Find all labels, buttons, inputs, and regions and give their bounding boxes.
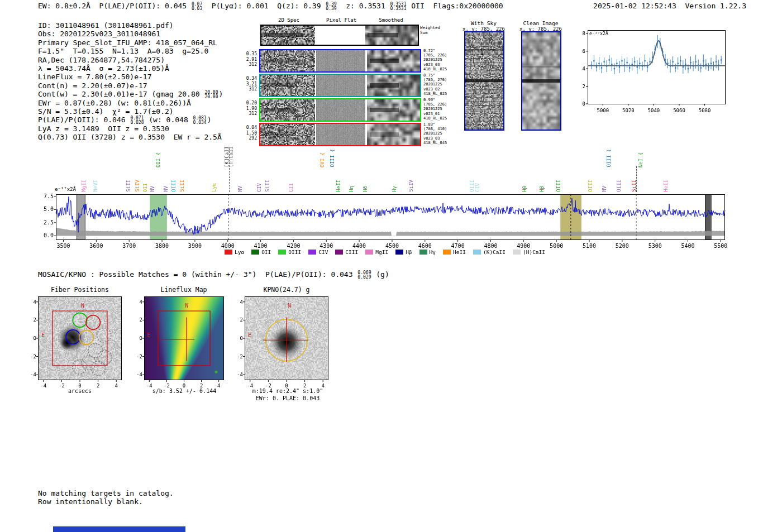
info-line-6: LineFlux = 7.80(±2.50)e-17 — [38, 73, 223, 81]
spectral-line-label: SiII — [631, 180, 637, 192]
stacked-uncertainty: 0.35310.3531 — [390, 2, 407, 11]
legend-label: OIII — [288, 249, 301, 255]
text-segment: λ = 5043.74Å σ = 2.73(±1.05)Å — [38, 64, 169, 73]
spectral-line-label: OII { — [155, 152, 161, 167]
legend-swatch — [513, 250, 521, 255]
spectral-line-label: Hη — [349, 186, 354, 192]
legend-label: Hγ — [430, 249, 436, 255]
text-segment: ID: 3011048961 (3011048961.pdf) — [38, 21, 174, 30]
spectral-line-label: OIII — [556, 180, 561, 192]
kpno-g-title: KPNO(24.7) g — [263, 286, 309, 294]
with-sky-canvas — [465, 32, 503, 130]
fiber-positions-title: Fiber Positions — [51, 286, 109, 294]
spectral-line-label: NeVI — [93, 180, 98, 192]
stacked-uncertainty: 0.390.39 — [326, 2, 336, 11]
spectral-line-label: OIII — [616, 180, 622, 192]
text-segment: EWr = 0.87(±0.28) (w: 0.81(±0.26))Å — [38, 99, 191, 107]
spectral-line-label: Hδ — [363, 186, 368, 192]
info-line-1: Obs: 20201225v023_3011048961 — [38, 30, 223, 38]
text-segment: (w: 0.048 — [144, 116, 192, 124]
header-stats: EW: 0.8±0.2Å P(LAE)/P(OII): 0.045 0.070.… — [38, 2, 503, 11]
legend-item: Lyα — [225, 249, 244, 255]
with-sky-title: With Sky x, y: 785, 226 — [453, 20, 514, 32]
row-0-weights: 0.352.91312 — [242, 51, 257, 68]
stacked-uncertainty: 0.0710.028 — [130, 116, 144, 124]
legend-item: OII — [251, 249, 271, 255]
legend-swatch — [443, 250, 451, 255]
text-segment: F=1.5" T=0.155 N=1.13 A=0.83 g=25.0 — [38, 47, 208, 55]
row-0-cutout-canvas — [260, 50, 420, 71]
text-segment: Q(0.73) OII (3728) z = 0.3530 EW r = 2.5… — [38, 133, 222, 141]
spectral-line-label: OIII — [588, 180, 593, 192]
row-1-cutout-frame — [259, 74, 421, 97]
legend-item: HeII — [443, 249, 466, 255]
legend-item: CIV — [308, 249, 328, 255]
info-line-3: F=1.5" T=0.155 N=1.13 A=0.83 g=25.0 — [38, 47, 223, 55]
column-title-2d-spec: 2D Spec — [278, 17, 299, 23]
spectral-line-label: SiII — [126, 180, 131, 192]
legend-item: (K)CaII — [473, 249, 506, 255]
text-segment: ) — [219, 90, 223, 98]
spectral-line-label: OIII { — [330, 149, 335, 167]
lineflux-caption: s/b: 3.52 +/- 0.144 — [152, 388, 216, 394]
legend-label: CIII — [345, 249, 358, 255]
info-line-8: Cont(w) = 2.30(±0.01)e-17 (gmag 20.80 20… — [38, 90, 223, 98]
info-line-2: Primary Spec_Slot_IFU_AMP: 418_057_064_R… — [38, 39, 223, 47]
legend-swatch — [395, 250, 403, 255]
text-segment: OII Flags:0x20000000 — [407, 2, 503, 10]
text-segment: Primary Spec_Slot_IFU_AMP: 418_057_064_R… — [38, 39, 217, 47]
line-marker-extension — [229, 148, 230, 192]
spectral-line-label: (H)CaII — [228, 146, 234, 167]
spectral-line-label: CIV — [256, 183, 262, 192]
line-fit-zoom-plot — [575, 27, 729, 117]
column-title-pixel-flat: Pixel Flat — [326, 17, 356, 23]
text-segment: RA,Dec (178.264877,54.784275) — [38, 56, 165, 64]
legend-label: (K)CaII — [483, 249, 506, 255]
clean-image-title: Clean Image x, y: 785, 226 — [510, 20, 571, 32]
legend-item: Hγ — [419, 249, 436, 255]
legend-item: MgII — [365, 249, 388, 255]
info-line-0: ID: 3011048961 (3011048961.pdf) — [38, 21, 223, 30]
row-2-weights: 0.201.90312 — [242, 100, 257, 117]
legend-swatch — [278, 250, 286, 255]
info-line-7: Cont(n) = 2.20(±0.07)e-17 — [38, 82, 223, 90]
text-segment: Obs: 20201225v023_3011048961 — [38, 30, 160, 38]
legend-label: MgII — [375, 249, 388, 255]
text-segment: ) — [207, 116, 212, 124]
info-line-9: EWr = 0.87(±0.28) (w: 0.81(±0.26))Å — [38, 99, 223, 107]
mosaic-match-summary: MOSAIC/KPNO : Possible Matches = 0 (with… — [38, 270, 389, 279]
row-2-annotation: 0.99"(785, 226)20201225v023_01418_RL_025 — [423, 98, 447, 121]
with-sky-cutout — [464, 31, 504, 131]
full-spectrum-plot — [41, 193, 728, 249]
weighted-sum-label: Weighted Sum — [420, 26, 449, 35]
spectral-line-label: Lyα — [211, 183, 217, 192]
row-0-annotation: 0.72"(785, 226)20201225v023_03418_RL_025 — [423, 49, 447, 71]
weighted-sum-cutout — [260, 25, 419, 46]
stacked-uncertainty: 20.8020.80 — [204, 90, 218, 99]
legend-swatch — [335, 250, 343, 255]
clean-image-cutout — [521, 31, 561, 131]
header-timestamp-version: 2025-01-02 12:52:43 Version 1.22.3 — [593, 2, 746, 10]
line-marker-extension — [636, 166, 637, 192]
row-0-cutout-frame — [259, 49, 421, 73]
legend-swatch — [365, 250, 373, 255]
spectral-line-label: Hβ — [522, 186, 527, 192]
spectral-line-label: SiIV — [408, 180, 414, 192]
text-segment: P(Lyα): 0.001 Q(z): 0.39 — [203, 2, 325, 10]
legend-label: Hβ — [406, 249, 412, 255]
next-page-partial-bar — [53, 526, 185, 532]
legend-item: (H)CaII — [513, 249, 545, 255]
spectral-line-label: SiII — [265, 180, 270, 192]
spectrum-line-legend: LyαOIIOIIICIVCIIIMgIIHβHγHeII(K)CaII(H)C… — [41, 249, 728, 255]
text-segment: LyA z = 3.1489 OII z = 0.3530 — [38, 124, 169, 133]
legend-label: Lyα — [235, 249, 244, 255]
legend-item: OIII — [278, 249, 301, 255]
clean-image-title-text: Clean Image — [510, 20, 571, 26]
legend-swatch — [308, 250, 316, 255]
spectral-line-label: NV — [602, 186, 607, 192]
fiber-xlabel: arcsecs — [68, 388, 92, 394]
legend-swatch — [251, 250, 259, 255]
legend-swatch — [473, 250, 481, 255]
text-segment: z: 0.3531 — [337, 2, 390, 10]
row-3-weights: 0.041.50292 — [242, 125, 257, 141]
